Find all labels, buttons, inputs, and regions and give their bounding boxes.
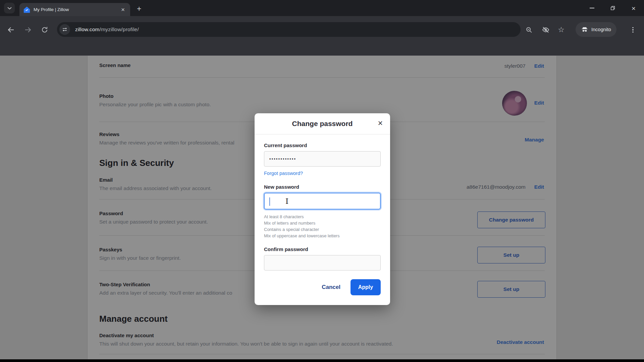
window-controls: ×: [582, 0, 644, 16]
incognito-label: Incognito: [591, 27, 611, 32]
text-caret: [269, 197, 270, 206]
requirement-item: Mix of uppercase and lowercase letters: [264, 233, 381, 239]
requirement-item: At least 8 characters: [264, 214, 381, 220]
change-password-modal: Change password × Current password •••••…: [255, 113, 390, 305]
browser-tab[interactable]: My Profile | Zillow ×: [19, 3, 130, 16]
bottom-edge-bar: [0, 359, 644, 362]
apply-button[interactable]: Apply: [351, 279, 381, 295]
zillow-favicon-icon: [23, 6, 30, 13]
reload-button[interactable]: [39, 24, 50, 36]
close-button[interactable]: ×: [623, 0, 644, 16]
cancel-button[interactable]: Cancel: [322, 284, 340, 291]
url-text[interactable]: zillow.com/myzillow/profile/: [75, 26, 139, 33]
current-password-label: Current password: [264, 142, 381, 148]
new-password-label: New password: [264, 184, 381, 190]
current-password-input[interactable]: ••••••••••••: [264, 151, 381, 167]
confirm-password-input[interactable]: [264, 255, 381, 270]
content-blocked-button[interactable]: [541, 25, 551, 35]
modal-footer: Cancel Apply: [264, 279, 381, 295]
minimize-button[interactable]: [582, 0, 602, 16]
forward-button[interactable]: [22, 24, 34, 36]
eye-off-icon: [542, 26, 550, 34]
password-requirements: At least 8 characters Mix of letters and…: [264, 214, 381, 239]
forgot-password-link[interactable]: Forgot password?: [264, 171, 381, 177]
incognito-icon: [581, 26, 588, 33]
minimize-icon: [590, 8, 594, 8]
browser-toolbar: zillow.com/myzillow/profile/ ☆ Incognito: [0, 16, 644, 56]
current-password-masked-value: ••••••••••••: [269, 157, 296, 161]
ibeam-cursor-icon: I: [285, 197, 288, 205]
new-password-input[interactable]: I: [264, 193, 381, 209]
star-icon: ☆: [558, 25, 565, 34]
tab-search-button[interactable]: [4, 3, 15, 13]
incognito-badge[interactable]: Incognito: [576, 22, 616, 37]
requirement-item: Contains a special character: [264, 226, 381, 233]
site-settings-button[interactable]: [59, 24, 70, 35]
url-domain: zillow.com: [75, 26, 100, 32]
confirm-password-label: Confirm password: [264, 246, 381, 252]
tab-close-button[interactable]: ×: [120, 6, 126, 13]
magnifier-zoom-icon: [525, 26, 533, 34]
bookmark-button[interactable]: ☆: [556, 25, 566, 35]
omnibox[interactable]: zillow.com/myzillow/profile/: [57, 22, 521, 37]
modal-header: Change password ×: [255, 113, 390, 134]
requirement-item: Mix of letters and numbers: [264, 220, 381, 226]
modal-title: Change password: [292, 120, 353, 128]
page-background: Screen name styler007 Edit Photo Persona…: [0, 56, 644, 359]
tune-icon: [62, 27, 67, 32]
modal-body: Current password •••••••••••• Forgot pas…: [255, 134, 390, 295]
tab-title: My Profile | Zillow: [34, 7, 120, 12]
chevron-down-icon: [7, 7, 12, 10]
browser-menu-button[interactable]: [630, 25, 636, 35]
back-button[interactable]: [5, 24, 17, 36]
zoom-button[interactable]: [524, 25, 534, 35]
url-path: /myzillow/profile/: [100, 26, 139, 32]
browser-titlebar: My Profile | Zillow × + ×: [0, 0, 644, 16]
new-tab-button[interactable]: +: [135, 4, 143, 14]
restore-button[interactable]: [602, 0, 623, 16]
restore-icon: [610, 5, 616, 11]
modal-close-button[interactable]: ×: [378, 119, 383, 127]
